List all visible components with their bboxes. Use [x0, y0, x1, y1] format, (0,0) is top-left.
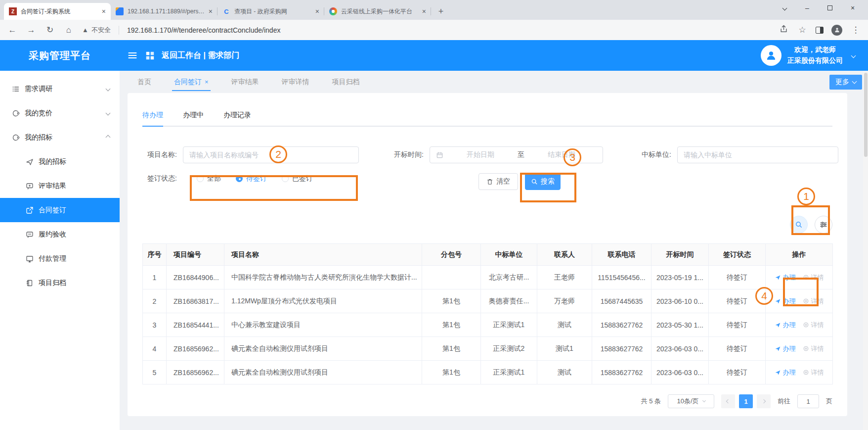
sidebar-item-需求调研[interactable]: 需求调研 — [0, 77, 120, 101]
cell-name: 碘元素全自动检测仪用试剂项目 — [224, 337, 422, 361]
page-size-select[interactable]: 10条/页 — [668, 394, 714, 408]
sidebar-item-评审结果[interactable]: 评审结果 — [0, 174, 120, 198]
current-page[interactable]: 1 — [739, 394, 753, 408]
browser-profile-avatar[interactable] — [831, 25, 842, 36]
bid-icon — [12, 109, 20, 117]
column-header-序号: 序号 — [143, 244, 167, 266]
app-brand: 采购管理平台 — [0, 49, 120, 62]
page-tab-label: 项目归档 — [332, 78, 360, 87]
user-avatar-icon[interactable] — [761, 45, 781, 66]
subtab-办理记录[interactable]: 办理记录 — [223, 111, 251, 126]
maximize-button[interactable] — [819, 0, 841, 16]
start-date-placeholder[interactable]: 开始日期 — [445, 150, 516, 159]
user-area[interactable]: 欢迎，武老师 正采股份有限公司 — [761, 45, 868, 66]
page-tab-评审详情[interactable]: 评审详情 — [282, 71, 309, 93]
browser-tab[interactable]: Z合同签订-采购系统× — [4, 3, 111, 20]
sidebar-item-付款管理[interactable]: 付款管理 — [0, 246, 120, 271]
sidebar-item-履约验收[interactable]: 履约验收 — [0, 222, 120, 246]
column-header-开标时间: 开标时间 — [651, 244, 709, 266]
page-scrollbar[interactable] — [863, 71, 868, 430]
handle-action[interactable]: 办理 — [775, 344, 796, 353]
page-tab-合同签订[interactable]: 合同签订× — [174, 71, 209, 93]
table-toolbar — [142, 216, 832, 234]
handle-action[interactable]: 办理 — [775, 321, 796, 330]
tab-search-icon[interactable] — [773, 0, 796, 16]
subtab-办理中[interactable]: 办理中 — [183, 111, 204, 126]
status-radio-全部[interactable]: 全部 — [197, 174, 221, 183]
cell-name: 1.12MWp屋顶分布式光伏发电项目 — [224, 289, 422, 313]
radio-label: 全部 — [207, 174, 221, 183]
end-date-placeholder[interactable]: 结束日期 — [526, 150, 597, 159]
side-panel-icon[interactable] — [816, 27, 824, 34]
share-icon[interactable] — [778, 25, 789, 36]
sidebar-item-我的招标[interactable]: 我的招标 — [0, 125, 120, 149]
browser-tab-title: 查项目 - 政府采购网 — [234, 7, 311, 16]
reload-icon[interactable]: ↻ — [44, 25, 55, 35]
cell-contact: 测试 — [537, 313, 592, 337]
more-button[interactable]: 更多 — [829, 75, 862, 90]
archive-icon — [26, 279, 34, 287]
zhengcai-logo-icon: Z — [9, 7, 17, 15]
forward-icon[interactable]: → — [26, 25, 37, 35]
sidebar-item-项目归档[interactable]: 项目归档 — [0, 271, 120, 295]
column-header-联系电话: 联系电话 — [592, 244, 651, 266]
next-page-button[interactable] — [757, 394, 771, 408]
date-range-input[interactable]: 开始日期 至 结束日期 — [430, 146, 603, 163]
tab-close-icon[interactable]: × — [422, 7, 426, 15]
sidebar-item-label: 履约验收 — [39, 230, 110, 239]
detail-action[interactable]: 详情 — [803, 321, 824, 330]
security-chip[interactable]: ▲ 不安全 — [82, 26, 111, 35]
column-filter-icon[interactable] — [815, 216, 832, 234]
goto-page-input[interactable] — [797, 394, 819, 408]
browser-tab[interactable]: 云采链线上采购一体化平台× — [324, 3, 431, 20]
collapse-menu-icon[interactable] — [128, 50, 137, 60]
page-tab-评审结果[interactable]: 评审结果 — [231, 71, 259, 93]
workbench-breadcrumb[interactable]: 返回工作台 | 需求部门 — [162, 50, 239, 61]
cell-open_time: 2023-05-30 1... — [651, 313, 709, 337]
bookmark-star-icon[interactable]: ☆ — [797, 25, 808, 35]
detail-action[interactable]: 详情 — [803, 344, 824, 353]
minimize-button[interactable]: – — [796, 0, 819, 16]
contract-sign-icon — [26, 206, 34, 214]
back-icon[interactable]: ← — [7, 25, 18, 35]
project-name-input[interactable] — [183, 146, 359, 163]
user-menu-chevron-icon[interactable] — [851, 53, 856, 58]
sidebar-item-我的竞价[interactable]: 我的竞价 — [0, 101, 120, 125]
status-radio-已签订[interactable]: 已签订 — [282, 174, 313, 183]
url-text[interactable]: 192.168.1.170/#/tenderee/contractConclud… — [127, 26, 770, 34]
workbench-grid-icon[interactable] — [145, 51, 155, 60]
detail-action[interactable]: 详情 — [803, 273, 824, 282]
sidebar-item-合同签订[interactable]: 合同签订 — [0, 198, 120, 222]
close-window-button[interactable]: × — [841, 0, 864, 16]
calendar-icon — [436, 151, 443, 159]
sidebar-item-label: 需求调研 — [25, 85, 101, 94]
subtab-待办理[interactable]: 待办理 — [142, 111, 163, 126]
detail-action[interactable]: 详情 — [803, 368, 824, 377]
detail-action[interactable]: 详情 — [803, 297, 824, 306]
handle-action[interactable]: 办理 — [775, 297, 796, 306]
page-tab-首页[interactable]: 首页 — [137, 71, 151, 93]
browser-tab[interactable]: C查项目 - 政府采购网× — [217, 3, 324, 20]
status-radio-待签订[interactable]: 待签订 — [236, 174, 267, 183]
browser-menu-icon[interactable]: ⋮ — [850, 25, 861, 35]
tab-close-icon[interactable]: × — [209, 7, 213, 15]
clear-button[interactable]: 清空 — [478, 173, 518, 190]
handle-action[interactable]: 办理 — [775, 273, 796, 282]
sidebar-item-我的招标[interactable]: 我的招标 — [0, 149, 120, 174]
cell-winner: 正采测试1 — [481, 361, 537, 384]
cell-winner: 奥德赛责任... — [481, 289, 537, 313]
tab-close-icon[interactable]: × — [315, 7, 319, 15]
tab-close-icon[interactable]: × — [102, 7, 106, 15]
new-tab-button[interactable]: + — [434, 4, 448, 18]
cell-seq: 1 — [143, 266, 167, 289]
handle-action[interactable]: 办理 — [775, 368, 796, 377]
home-icon[interactable]: ⌂ — [63, 25, 74, 35]
page-tab-项目归档[interactable]: 项目归档 — [332, 71, 360, 93]
open-time-label: 开标时间: — [389, 150, 424, 159]
winner-input[interactable] — [677, 146, 838, 163]
tab-close-icon[interactable]: × — [205, 78, 209, 86]
prev-page-button[interactable] — [721, 394, 735, 408]
browser-tab[interactable]: 192.168.1.171:1889/#/persona× — [111, 3, 217, 20]
toggle-search-icon[interactable] — [790, 216, 808, 234]
search-button[interactable]: 搜索 — [525, 173, 561, 190]
